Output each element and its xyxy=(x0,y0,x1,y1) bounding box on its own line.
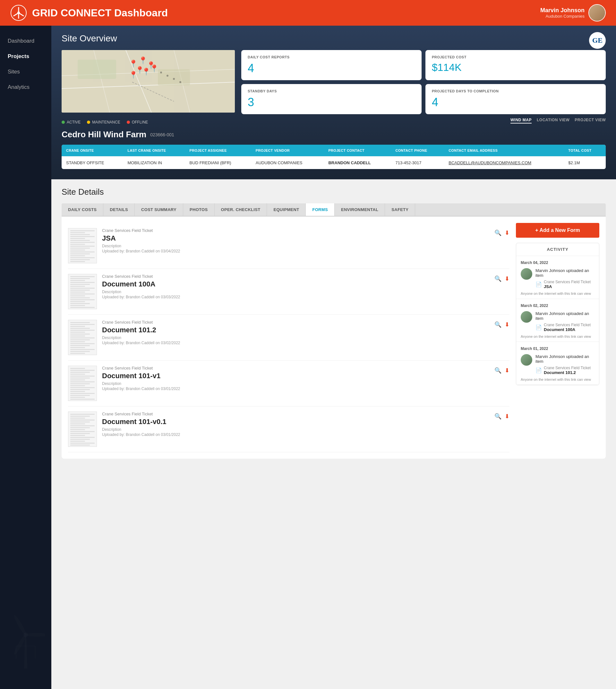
activity-avatar-img-2 xyxy=(521,311,532,323)
form-search-btn-1[interactable]: 🔍 xyxy=(494,229,502,237)
form-download-btn-2[interactable]: ⬇ xyxy=(505,275,509,282)
activity-row-2: Marvin Johnson uploaded an item 📄 Crane … xyxy=(521,311,594,332)
form-uploader-3: Uploaded by: Brandon Caddell on 03/02/20… xyxy=(102,341,489,345)
sidebar-item-analytics[interactable]: Analytics xyxy=(5,80,46,95)
stat-card-projected-cost: PROJECTED COST $114K xyxy=(425,50,606,80)
header: GRID CONNECT Dashboard Marvin Johnson Au… xyxy=(0,0,616,26)
form-search-btn-2[interactable]: 🔍 xyxy=(494,275,502,282)
td-total-cost: $2.1M xyxy=(564,157,606,169)
tab-safety[interactable]: SAFETY xyxy=(385,203,415,216)
activity-item-3: March 01, 2022 Marvin Johnson uploaded a… xyxy=(516,342,599,385)
form-desc-1: Description xyxy=(102,244,489,248)
svg-rect-20 xyxy=(78,60,116,79)
tab-equipment[interactable]: EQUIPMENT xyxy=(267,203,306,216)
activity-doc-icon-1: 📄 xyxy=(535,281,542,287)
form-desc-3: Description xyxy=(102,335,489,340)
tab-daily-costs[interactable]: DAILY COSTS xyxy=(62,203,103,216)
form-category-5: Crane Services Field Ticket xyxy=(102,412,489,416)
form-download-btn-3[interactable]: ⬇ xyxy=(505,321,509,328)
project-data-table: CRANE ONSITE LAST CRANE ONSITE PROJECT A… xyxy=(62,145,606,169)
activity-doc-icon-2: 📄 xyxy=(535,324,542,330)
form-download-btn-5[interactable]: ⬇ xyxy=(505,413,509,420)
map-pin-yellow-2: 📍 xyxy=(150,65,158,73)
stat-label-standby: STANDBY DAYS xyxy=(248,89,415,93)
add-form-button[interactable]: + Add a New Form xyxy=(516,223,599,238)
ge-logo-icon: GE xyxy=(589,32,606,49)
user-info: Marvin Johnson Audubon Companies xyxy=(540,7,585,19)
tab-oper-checklist[interactable]: OPER. CHECKLIST xyxy=(215,203,267,216)
site-details-title: Site Details xyxy=(62,187,606,197)
svg-rect-14 xyxy=(62,50,235,113)
form-item-4: Crane Services Field Ticket Document 101… xyxy=(68,360,509,406)
td-vendor: AUDUBON COMPANIES xyxy=(251,157,324,169)
table-row: STANDBY OFFSITE MOBILIZATION IN BUD FRED… xyxy=(62,157,606,169)
td-email[interactable]: BCADDELL@AUDUBONCOMPANIES.COM xyxy=(444,157,564,169)
stat-card-projected-days: PROJECTED DAYS TO COMPLETION 4 xyxy=(425,84,606,114)
header-left: GRID CONNECT Dashboard xyxy=(10,4,168,21)
td-contact: BRANDON CADDELL xyxy=(324,157,391,169)
sidebar-item-projects[interactable]: Projects xyxy=(5,49,46,64)
activity-doc-2: 📄 Crane Services Field Ticket Document 1… xyxy=(535,323,594,332)
svg-point-9 xyxy=(25,633,45,637)
user-avatar[interactable] xyxy=(588,4,606,22)
forms-content: Crane Services Field Ticket JSA Descript… xyxy=(62,217,606,459)
tab-forms[interactable]: FORMS xyxy=(306,203,334,217)
legend-active: ACTIVE xyxy=(62,120,81,125)
forms-right-panel: + Add a New Form ACTIVITY March 04, 2022 xyxy=(516,223,599,452)
map-background: 📍 📍 📍 📍 📍 📍 📍 xyxy=(62,50,235,113)
form-uploader-1: Uploaded by: Brandon Caddell on 03/04/20… xyxy=(102,249,489,253)
activity-doc-cat-2: Crane Services Field Ticket xyxy=(544,323,591,327)
form-search-btn-4[interactable]: 🔍 xyxy=(494,367,502,374)
site-name-bar: Cedro Hill Wind Farm 023666-001 xyxy=(62,130,606,139)
project-table: CRANE ONSITE LAST CRANE ONSITE PROJECT A… xyxy=(62,145,606,169)
form-uploader-5: Uploaded by: Brandon Caddell on 03/01/20… xyxy=(102,432,489,437)
stat-card-standby: STANDBY DAYS 3 xyxy=(241,84,422,114)
th-assignee: PROJECT ASSIGNEE xyxy=(185,145,251,157)
sidebar-nav: Dashboard Projects Sites Analytics xyxy=(0,34,51,95)
activity-user-2: Marvin Johnson uploaded an item xyxy=(535,311,594,321)
tab-environmental[interactable]: ENVIRONMENTAL xyxy=(335,203,385,216)
activity-doc-cat-3: Crane Services Field Ticket xyxy=(544,366,591,370)
map-tab-project[interactable]: PROJECT VIEW xyxy=(575,118,606,124)
form-search-btn-3[interactable]: 🔍 xyxy=(494,321,502,328)
form-name-5: Document 101-v0.1 xyxy=(102,418,489,426)
activity-doc-name-2: Document 100A xyxy=(544,327,591,332)
td-phone: 713-452-3017 xyxy=(391,157,444,169)
tab-details[interactable]: DETAILS xyxy=(103,203,135,216)
tabs-bar: DAILY COSTS DETAILS COST SUMMARY PHOTOS … xyxy=(62,203,606,217)
overview-body: 📍 📍 📍 📍 📍 📍 📍 DAILY COST REPORTS 4 xyxy=(62,50,606,114)
svg-point-4 xyxy=(17,12,20,14)
form-desc-4: Description xyxy=(102,381,489,386)
form-thumbnail-2 xyxy=(68,274,97,309)
activity-avatar-img-1 xyxy=(521,268,532,280)
map-container[interactable]: 📍 📍 📍 📍 📍 📍 📍 xyxy=(62,50,235,113)
sidebar-item-sites[interactable]: Sites xyxy=(5,64,46,80)
tab-cost-summary[interactable]: COST SUMMARY xyxy=(135,203,183,216)
activity-link-1: Anyone on the internet with this link ca… xyxy=(521,292,594,295)
form-download-btn-4[interactable]: ⬇ xyxy=(505,367,509,374)
activity-row-1: Marvin Johnson uploaded an item 📄 Crane … xyxy=(521,268,594,289)
map-pin-red-1: 📍 xyxy=(142,68,151,76)
activity-user-1: Marvin Johnson uploaded an item xyxy=(535,268,594,278)
form-search-btn-5[interactable]: 🔍 xyxy=(494,413,502,420)
tab-photos[interactable]: PHOTOS xyxy=(183,203,214,216)
activity-doc-1: 📄 Crane Services Field Ticket JSA xyxy=(535,280,594,289)
form-item-5: Crane Services Field Ticket Document 101… xyxy=(68,406,509,452)
stat-value-projected-days: 4 xyxy=(432,95,599,109)
stat-card-daily-cost: DAILY COST REPORTS 4 xyxy=(241,50,422,80)
stat-label-projected-days: PROJECTED DAYS TO COMPLETION xyxy=(432,89,599,93)
activity-date-2: March 02, 2022 xyxy=(521,304,594,308)
form-actions-4: 🔍 ⬇ xyxy=(494,367,509,374)
site-details-section: Site Details DAILY COSTS DETAILS COST SU… xyxy=(51,179,616,466)
form-actions-3: 🔍 ⬇ xyxy=(494,321,509,328)
sidebar-item-dashboard[interactable]: Dashboard xyxy=(5,34,46,49)
form-download-btn-1[interactable]: ⬇ xyxy=(505,229,509,237)
activity-user-3: Marvin Johnson uploaded an item xyxy=(535,354,594,364)
svg-point-8 xyxy=(13,614,27,636)
map-tab-wind[interactable]: WIND MAP xyxy=(510,118,532,124)
svg-point-24 xyxy=(167,75,169,77)
avatar-image xyxy=(589,5,605,21)
activity-body-1: Marvin Johnson uploaded an item 📄 Crane … xyxy=(535,268,594,289)
form-desc-5: Description xyxy=(102,427,489,432)
map-tab-location[interactable]: LOCATION VIEW xyxy=(537,118,570,124)
